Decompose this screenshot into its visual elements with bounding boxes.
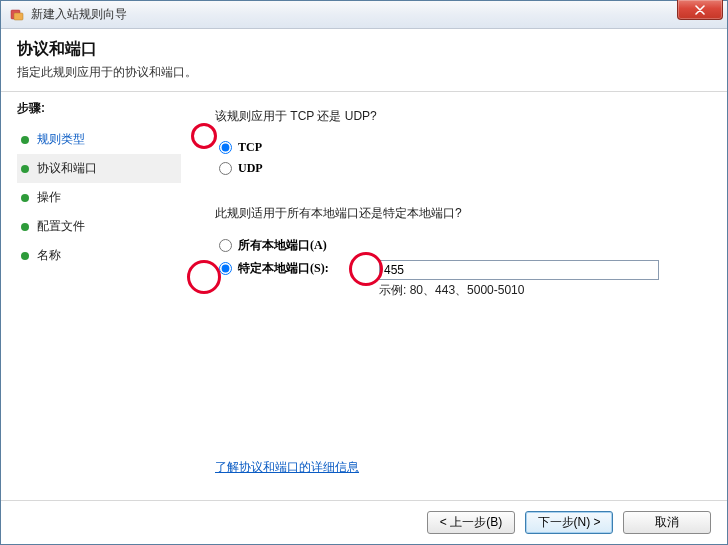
step-label: 配置文件 [37,218,85,235]
bullet-icon [21,165,29,173]
footer: < 上一步(B) 下一步(N) > 取消 [1,500,727,544]
close-button[interactable] [677,0,723,20]
radio-udp-input[interactable] [219,162,232,175]
app-icon [9,7,25,23]
radio-udp[interactable]: UDP [219,161,703,176]
steps-heading: 步骤: [17,100,181,117]
step-action[interactable]: 操作 [17,183,181,212]
step-profile[interactable]: 配置文件 [17,212,181,241]
back-button[interactable]: < 上一步(B) [427,511,515,534]
step-protocol-port[interactable]: 协议和端口 [17,154,181,183]
window-title: 新建入站规则向导 [31,6,127,23]
protocol-question: 该规则应用于 TCP 还是 UDP? [215,108,703,125]
radio-tcp-input[interactable] [219,141,232,154]
port-input[interactable] [379,260,659,280]
wizard-window: 新建入站规则向导 协议和端口 指定此规则应用于的协议和端口。 步骤: 规则类型 … [0,0,728,545]
svg-rect-1 [14,13,23,20]
page-subtitle: 指定此规则应用于的协议和端口。 [17,64,711,81]
steps-sidebar: 步骤: 规则类型 协议和端口 操作 配置文件 名称 [1,92,191,500]
radio-udp-label: UDP [238,161,263,176]
radio-tcp[interactable]: TCP [219,140,703,155]
page-title: 协议和端口 [17,39,711,60]
step-rule-type[interactable]: 规则类型 [17,125,181,154]
bullet-icon [21,136,29,144]
close-icon [695,5,705,15]
body: 步骤: 规则类型 协议和端口 操作 配置文件 名称 [1,92,727,500]
main-panel: 该规则应用于 TCP 还是 UDP? TCP UDP 此规则适用于所有本地端口还… [191,92,727,500]
radio-all-ports-input[interactable] [219,239,232,252]
annotation-circle-specific [187,260,221,294]
example-prefix: 示例: [379,283,406,297]
port-example: 示例: 80、443、5000-5010 [379,282,703,299]
example-value: 80、443、5000-5010 [410,283,525,297]
titlebar: 新建入站规则向导 [1,1,727,29]
cancel-button[interactable]: 取消 [623,511,711,534]
step-name[interactable]: 名称 [17,241,181,270]
bullet-icon [21,252,29,260]
bullet-icon [21,223,29,231]
radio-all-ports-label: 所有本地端口(A) [238,237,327,254]
bullet-icon [21,194,29,202]
step-label: 协议和端口 [37,160,97,177]
next-button[interactable]: 下一步(N) > [525,511,613,534]
step-label: 操作 [37,189,61,206]
step-label: 名称 [37,247,61,264]
learn-more-link[interactable]: 了解协议和端口的详细信息 [215,459,359,476]
page-header: 协议和端口 指定此规则应用于的协议和端口。 [1,29,727,92]
port-question: 此规则适用于所有本地端口还是特定本地端口? [215,205,703,222]
annotation-circle-tcp [191,123,217,149]
step-label: 规则类型 [37,131,85,148]
radio-tcp-label: TCP [238,140,262,155]
radio-specific-ports-label: 特定本地端口(S): [238,260,329,277]
radio-specific-ports-row: 特定本地端口(S): 示例: 80、443、5000-5010 [219,260,703,299]
radio-all-ports[interactable]: 所有本地端口(A) [219,237,703,254]
radio-specific-ports-input[interactable] [219,262,232,275]
